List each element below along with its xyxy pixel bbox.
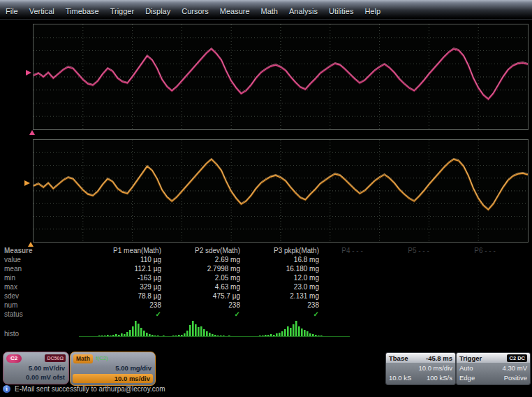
measure-row-min: min -163 µg 2.05 mg 12.0 mg <box>4 273 528 282</box>
p4-header[interactable]: P4 - - - <box>319 246 385 255</box>
measure-row-max: max 329 µg 4.63 mg 23.0 mg <box>4 282 528 291</box>
p1-value: 110 µg <box>64 255 161 264</box>
p3-status-check-icon: ✓ <box>240 310 319 319</box>
math-timebase: 10.0 ms/div <box>73 374 153 383</box>
menu-measure[interactable]: Measure <box>214 7 256 19</box>
menu-cursors[interactable]: Cursors <box>176 7 214 19</box>
waveform-grid-c2 <box>33 24 529 130</box>
p3-sdev: 2.131 mg <box>240 291 319 301</box>
p1-max: 329 µg <box>64 282 161 291</box>
p3-num: 238 <box>240 301 319 310</box>
measure-row-sdev: sdev 78.8 µg 475.7 µg 2.131 mg <box>4 291 528 301</box>
c2-trace-badge: C2 <box>6 354 22 363</box>
c2-offset: 0.00 mV ofst <box>3 373 68 382</box>
menu-utilities[interactable]: Utilities <box>323 7 359 19</box>
math-trace <box>34 140 528 242</box>
c2-zero-level-marker[interactable] <box>26 70 31 75</box>
math-function-label: f(C2) <box>96 355 108 361</box>
p3-mean: 16.180 mg <box>240 264 319 273</box>
p6-header[interactable]: P6 - - - <box>452 246 518 255</box>
menu-trigger[interactable]: Trigger <box>105 7 140 19</box>
trigger-source-badge: C2 DC <box>507 354 527 362</box>
menu-help[interactable]: Help <box>359 7 386 19</box>
row-label-value: value <box>4 255 64 264</box>
info-icon: i <box>3 385 10 393</box>
timebase-panel[interactable]: Tbase -45.8 ms 10.0 ms/div 10.0 kS 100 k… <box>385 352 456 385</box>
menu-timebase[interactable]: Timebase <box>60 7 105 19</box>
p1-sdev: 78.8 µg <box>64 291 161 301</box>
row-label-num: num <box>4 301 64 310</box>
p2-min: 2.05 mg <box>161 273 240 282</box>
c2-scale: 5.00 mV/div <box>3 363 68 373</box>
measure-row-num: num 238 238 238 <box>4 301 528 310</box>
p1-mean: 112.1 µg <box>64 264 161 273</box>
p1-num: 238 <box>64 301 161 310</box>
row-label-sdev: sdev <box>4 291 64 301</box>
measure-title: Measure <box>4 246 64 255</box>
math-scale: 5.00 mg/div <box>71 363 155 373</box>
menu-bar: File Vertical Timebase Trigger Display C… <box>0 0 532 20</box>
row-label-min: min <box>4 273 64 282</box>
measure-row-mean: mean 112.1 µg 2.7998 mg 16.180 mg <box>4 264 528 273</box>
c2-descriptor-box[interactable]: C2 DC50Ω 5.00 mV/div 0.00 mV ofst <box>3 352 69 384</box>
c2-coupling-badge: DC50Ω <box>45 354 66 362</box>
math-descriptor-box[interactable]: Math f(C2) 5.00 mg/div 10.0 ms/div <box>70 352 156 386</box>
p3-header[interactable]: P3 pkpk(Math) <box>240 246 319 255</box>
c2-trace <box>34 24 528 129</box>
menu-math[interactable]: Math <box>256 7 283 19</box>
trigger-type: Edge <box>459 373 475 383</box>
menu-file[interactable]: File <box>0 7 24 19</box>
trigger-panel[interactable]: Trigger C2 DC Auto 4.30 mV Edge Positive <box>456 352 531 385</box>
p2-num: 238 <box>161 301 240 310</box>
p2-mean: 2.7998 mg <box>161 264 240 273</box>
status-message: E-Mail sent successfully to arthurpa@lec… <box>15 385 165 393</box>
p1-status-check-icon: ✓ <box>64 310 161 319</box>
measure-histograms <box>79 319 350 338</box>
menu-display[interactable]: Display <box>140 7 176 19</box>
row-label-status: status <box>4 310 64 319</box>
timebase-scale: 10.0 ms/div <box>418 363 452 373</box>
p2-status-check-icon: ✓ <box>161 310 240 319</box>
row-label-max: max <box>4 282 64 291</box>
timebase-title: Tbase <box>389 354 408 362</box>
row-label-histo: histo <box>4 329 64 338</box>
menu-analysis[interactable]: Analysis <box>283 7 323 19</box>
timebase-delay: -45.8 ms <box>426 354 452 362</box>
p2-max: 4.63 mg <box>161 282 240 291</box>
p1-min: -163 µg <box>64 273 161 282</box>
measure-header-row: Measure P1 mean(Math) P2 sdev(Math) P3 p… <box>4 246 528 255</box>
trigger-level: 4.30 mV <box>503 363 527 373</box>
p2-value: 2.69 mg <box>161 255 240 264</box>
waveform-grid-math <box>33 139 529 243</box>
menu-vertical[interactable]: Vertical <box>24 7 60 19</box>
trigger-title: Trigger <box>459 354 482 362</box>
math-zero-level-marker[interactable] <box>24 180 30 186</box>
p3-max: 23.0 mg <box>240 282 319 291</box>
row-label-mean: mean <box>4 264 64 273</box>
measure-row-status: status ✓ ✓ ✓ <box>4 310 528 319</box>
p3-min: 12.0 mg <box>240 273 319 282</box>
timebase-rate: 100 kS/s <box>427 373 452 383</box>
status-bar: i E-Mail sent successfully to arthurpa@l… <box>3 385 165 393</box>
trigger-slope: Positive <box>504 373 527 383</box>
p5-header[interactable]: P5 - - - <box>385 246 452 255</box>
measure-row-value: value 110 µg 2.69 mg 16.8 mg <box>4 255 528 264</box>
p3-value: 16.8 mg <box>240 255 319 264</box>
p2-header[interactable]: P2 sdev(Math) <box>161 246 240 255</box>
p2-sdev: 475.7 µg <box>161 291 240 301</box>
p1-header[interactable]: P1 mean(Math) <box>64 246 161 255</box>
timebase-samples: 10.0 kS <box>389 373 411 383</box>
c2-trigger-position-marker[interactable] <box>29 130 35 135</box>
math-trace-badge: Math <box>73 354 93 363</box>
trigger-mode: Auto <box>459 363 473 373</box>
